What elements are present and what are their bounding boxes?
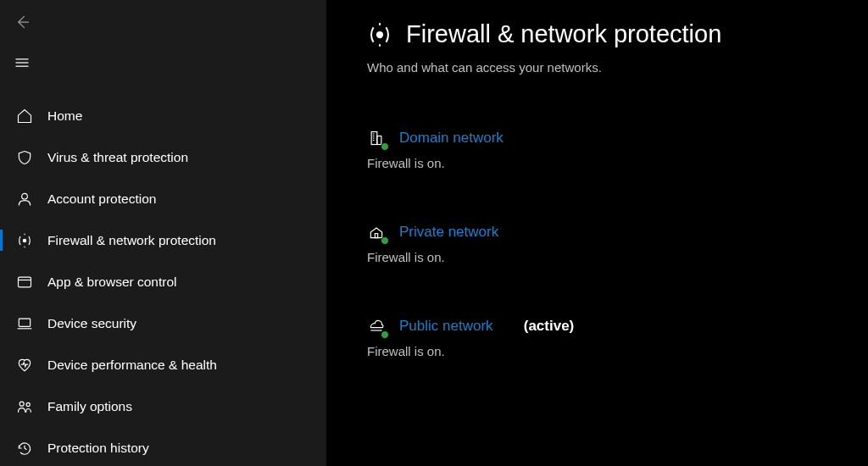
svg-point-4 [23,239,25,241]
network-private-status: Firewall is on. [367,250,851,264]
check-badge-icon [381,236,389,245]
sidebar: Home Virus & threat protection Accoun [0,0,326,466]
public-network-icon [367,317,386,336]
network-public-head[interactable]: Public network (active) [367,317,851,336]
family-icon [15,397,34,416]
firewall-icon [15,231,34,250]
firewall-header-icon [367,22,392,47]
network-domain-head[interactable]: Domain network [367,129,851,147]
check-badge-icon [381,142,389,151]
network-public-status: Firewall is on. [367,344,851,358]
network-private-head[interactable]: Private network [367,223,851,241]
page-title: Firewall & network protection [406,20,721,48]
device-security-icon [15,314,34,333]
network-domain-link[interactable]: Domain network [399,130,504,147]
sidebar-item-label: Device performance & health [47,358,217,373]
sidebar-item-performance[interactable]: Device performance & health [0,344,326,386]
account-icon [15,190,34,208]
sidebar-nav: Home Virus & threat protection Accoun [0,95,326,466]
network-public: Public network (active) Firewall is on. [367,317,851,358]
network-domain-status: Firewall is on. [367,156,851,170]
networks-list: Domain network Firewall is on. Private n… [367,129,851,358]
sidebar-item-virus[interactable]: Virus & threat protection [0,136,326,178]
network-private: Private network Firewall is on. [367,223,851,264]
sidebar-item-label: Device security [47,316,136,331]
svg-point-9 [19,402,24,406]
sidebar-item-label: App & browser control [47,275,177,290]
network-public-link[interactable]: Public network [399,318,493,335]
svg-point-3 [22,193,28,199]
sidebar-top [0,5,326,95]
back-button[interactable] [14,5,47,39]
svg-rect-5 [19,277,31,287]
svg-rect-7 [19,319,30,326]
sidebar-item-account[interactable]: Account protection [0,178,326,219]
sidebar-item-label: Home [47,108,82,124]
main-header: Firewall & network protection [367,20,851,48]
main-panel: Firewall & network protection Who and wh… [326,0,868,466]
svg-point-11 [377,31,382,36]
sidebar-item-history[interactable]: Protection history [0,427,326,466]
sidebar-item-home[interactable]: Home [0,95,326,136]
shield-icon [15,148,34,167]
domain-network-icon [367,129,386,147]
app-root: Home Virus & threat protection Accoun [0,0,868,466]
app-browser-icon [15,273,34,291]
sidebar-item-app-browser[interactable]: App & browser control [0,261,326,302]
sidebar-item-label: Firewall & network protection [47,233,216,248]
health-icon [15,356,34,374]
page-subtitle: Who and what can access your networks. [367,60,851,75]
sidebar-item-label: Family options [47,399,132,414]
sidebar-item-family[interactable]: Family options [0,386,326,427]
sidebar-item-firewall[interactable]: Firewall & network protection [0,219,326,261]
network-public-active-suffix: (active) [524,318,575,335]
back-arrow-icon [14,14,31,31]
hamburger-icon [14,54,31,71]
svg-rect-18 [375,234,377,238]
history-icon [15,439,34,458]
sidebar-item-device-security[interactable]: Device security [0,302,326,344]
home-icon [15,107,34,125]
svg-point-10 [26,402,30,406]
sidebar-item-label: Virus & threat protection [47,150,188,165]
hamburger-button[interactable] [14,46,47,80]
network-domain: Domain network Firewall is on. [367,129,851,170]
sidebar-item-label: Account protection [47,191,156,207]
check-badge-icon [381,330,389,339]
private-network-icon [367,223,386,241]
network-private-link[interactable]: Private network [399,224,498,241]
sidebar-item-label: Protection history [47,441,149,456]
